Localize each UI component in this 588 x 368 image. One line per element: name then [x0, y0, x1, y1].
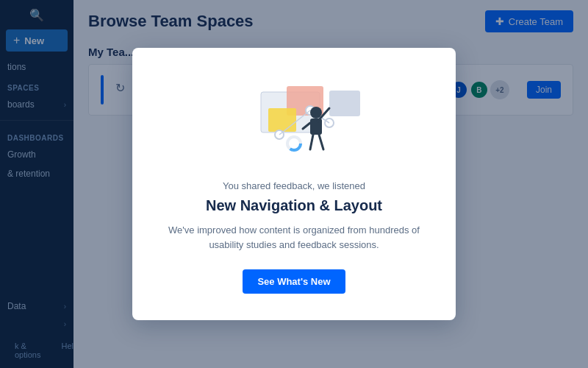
svg-line-15 — [319, 135, 323, 149]
see-whats-new-button[interactable]: See What's New — [243, 269, 345, 294]
modal-description: We've improved how content is organized … — [162, 223, 426, 252]
svg-rect-12 — [310, 118, 322, 135]
modal-title: New Navigation & Layout — [206, 197, 382, 214]
modal-feedback-label: You shared feedback, we listened — [223, 180, 365, 191]
svg-rect-3 — [329, 91, 360, 116]
modal: You shared feedback, we listened New Nav… — [132, 48, 456, 320]
svg-line-14 — [310, 135, 313, 149]
modal-overlay: You shared feedback, we listened New Nav… — [0, 0, 588, 368]
modal-illustration — [220, 70, 368, 166]
svg-rect-2 — [268, 108, 296, 132]
svg-point-11 — [310, 107, 322, 118]
